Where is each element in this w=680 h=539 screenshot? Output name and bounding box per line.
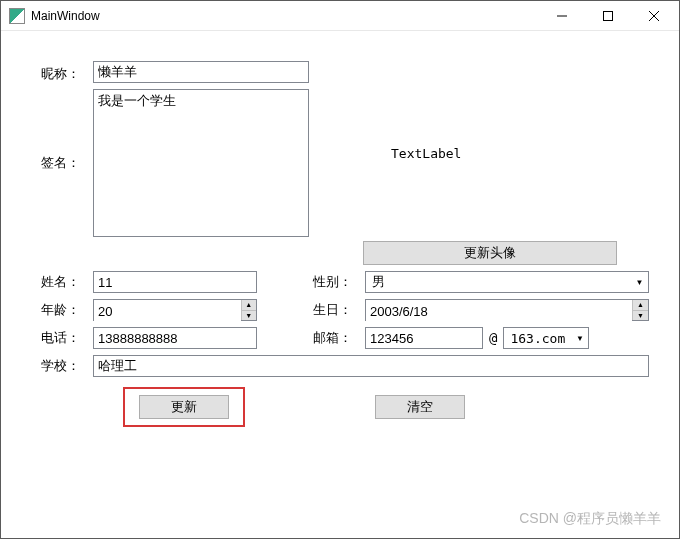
nickname-input[interactable] [93,61,309,83]
close-icon [649,11,659,21]
maximize-icon [603,11,613,21]
age-input[interactable] [94,300,241,322]
titlebar: MainWindow [1,1,679,31]
gender-label: 性别： [313,273,365,291]
email-domain-combobox[interactable]: 163.com ▼ [503,327,589,349]
update-button[interactable]: 更新 [139,395,229,419]
watermark: CSDN @程序员懒羊羊 [519,510,661,528]
gender-combobox[interactable]: 男 ▼ [365,271,649,293]
update-avatar-button[interactable]: 更新头像 [363,241,617,265]
content-area: 昵称： 签名： 我是一个学生 TextLabel 更新头像 姓名： 性别： 男 … [1,31,679,538]
close-button[interactable] [631,1,677,31]
name-input[interactable] [93,271,257,293]
birthday-up-button[interactable]: ▲ [633,300,648,311]
window-title: MainWindow [31,9,100,23]
nickname-label: 昵称： [41,61,93,83]
birthday-down-button[interactable]: ▼ [633,311,648,321]
minimize-button[interactable] [539,1,585,31]
birthday-dateedit[interactable]: ▲ ▼ [365,299,649,321]
minimize-icon [557,11,567,21]
main-window: MainWindow 昵称： 签名： 我是一个学生 TextLabel 更新头像… [0,0,680,539]
chevron-down-icon: ▼ [571,328,588,348]
school-label: 学校： [41,357,93,375]
svg-rect-1 [604,11,613,20]
phone-label: 电话： [41,329,93,347]
app-icon [9,8,25,24]
email-domain-value: 163.com [504,328,571,348]
age-up-button[interactable]: ▲ [242,300,256,311]
signature-label: 签名： [41,154,93,172]
school-input[interactable] [93,355,649,377]
age-down-button[interactable]: ▼ [242,311,256,321]
email-user-input[interactable] [365,327,483,349]
birthday-input[interactable] [366,300,632,322]
name-label: 姓名： [41,273,93,291]
email-at-label: @ [483,330,503,346]
maximize-button[interactable] [585,1,631,31]
gender-value: 男 [366,272,631,292]
email-label: 邮箱： [313,329,365,347]
age-label: 年龄： [41,301,93,319]
phone-input[interactable] [93,327,257,349]
birthday-label: 生日： [313,301,365,319]
age-spinbox[interactable]: ▲ ▼ [93,299,257,321]
avatar-textlabel: TextLabel [391,146,461,161]
clear-button[interactable]: 清空 [375,395,465,419]
chevron-down-icon: ▼ [631,272,648,292]
update-highlight: 更新 [123,387,245,427]
signature-textarea[interactable]: 我是一个学生 [93,89,309,237]
